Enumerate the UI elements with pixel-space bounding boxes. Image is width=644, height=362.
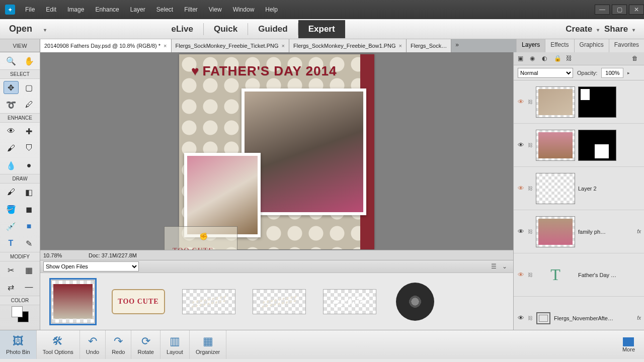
- doc-tab-2[interactable]: Flergs_SockMonkey_Freebie_Bow1.PNG×: [289, 39, 407, 52]
- layer-row[interactable]: 👁⛓ family ph… fx: [514, 210, 644, 253]
- minimize-button[interactable]: —: [595, 5, 610, 15]
- smart-brush-tool-icon[interactable]: 🖌: [4, 142, 19, 155]
- bottombar-more[interactable]: More: [613, 337, 644, 352]
- paint-bucket-tool-icon[interactable]: 🪣: [4, 203, 19, 216]
- link-icon[interactable]: ⛓: [566, 55, 574, 63]
- brush-tool-icon[interactable]: 🖌: [4, 186, 19, 199]
- mode-expert[interactable]: Expert: [298, 20, 345, 38]
- bin-collapse-icon[interactable]: ⌄: [502, 263, 510, 270]
- panel-tab-effects[interactable]: Effects: [545, 39, 574, 52]
- recompose-tool-icon[interactable]: ▦: [22, 263, 37, 277]
- bin-list-icon[interactable]: ☰: [491, 263, 499, 270]
- zoom-level[interactable]: 10.78%: [43, 252, 73, 258]
- menu-help[interactable]: Help: [260, 4, 283, 15]
- bin-thumb-3[interactable]: [253, 289, 306, 314]
- close-icon[interactable]: ×: [164, 43, 167, 49]
- spot-heal-tool-icon[interactable]: ✚: [22, 125, 37, 138]
- adjustment-icon[interactable]: ◐: [542, 55, 550, 63]
- crop-tool-icon[interactable]: ✂: [4, 263, 19, 277]
- menu-view[interactable]: View: [204, 4, 227, 15]
- panel-tab-favorites[interactable]: Favorites: [609, 39, 644, 52]
- new-group-icon[interactable]: ◉: [530, 55, 538, 63]
- opacity-value[interactable]: 100%: [601, 68, 623, 78]
- doc-tab-1[interactable]: Flergs_SockMonkey_Freebie_Ticket.PNG×: [172, 39, 289, 52]
- layer-mask[interactable]: [578, 86, 616, 118]
- layer-mask[interactable]: [578, 130, 616, 161]
- visibility-toggle-icon[interactable]: 👁: [517, 271, 525, 279]
- maximize-button[interactable]: ▢: [612, 5, 627, 15]
- share-button[interactable]: Share: [604, 24, 635, 34]
- mode-elive[interactable]: eLive: [161, 20, 203, 38]
- visibility-toggle-icon[interactable]: 👁: [517, 228, 525, 235]
- close-icon[interactable]: ×: [282, 43, 285, 49]
- new-layer-icon[interactable]: ▣: [518, 55, 526, 63]
- blur-tool-icon[interactable]: 💧: [4, 159, 19, 172]
- bottombar-layout[interactable]: ▥Layout: [160, 330, 190, 359]
- layer-row[interactable]: 👁⛓: [514, 80, 644, 124]
- menu-window[interactable]: Window: [228, 4, 260, 15]
- bin-thumb-2[interactable]: [182, 289, 235, 314]
- menu-edit[interactable]: Edit: [41, 4, 61, 15]
- layer-name[interactable]: family ph…: [578, 229, 634, 235]
- opacity-flyout-icon[interactable]: ▸: [627, 70, 630, 75]
- layer-row[interactable]: 👁⛓ Flergs_NovemberAfte… fx: [514, 297, 644, 330]
- layer-name[interactable]: Father's Day …: [578, 272, 641, 278]
- redeye-tool-icon[interactable]: 👁: [4, 125, 19, 138]
- menu-enhance[interactable]: Enhance: [90, 4, 124, 15]
- mode-guided[interactable]: Guided: [248, 20, 298, 38]
- doc-tab-0[interactable]: 20140908 Fathers Day.psd @ 10.8% (RGB/8)…: [40, 39, 172, 52]
- mode-quick[interactable]: Quick: [204, 20, 248, 38]
- straighten-tool-icon[interactable]: —: [22, 281, 37, 294]
- zoom-tool-icon[interactable]: 🔍: [4, 54, 19, 67]
- lock-icon[interactable]: 🔒: [554, 55, 562, 63]
- menu-layer[interactable]: Layer: [125, 4, 150, 15]
- menu-filter[interactable]: Filter: [179, 4, 203, 15]
- bin-thumb-4[interactable]: [323, 289, 376, 314]
- bottombar-rotate[interactable]: ⟳Rotate: [131, 330, 160, 359]
- foreground-color[interactable]: [12, 306, 23, 317]
- create-button[interactable]: Create: [566, 24, 599, 34]
- gradient-tool-icon[interactable]: ◼: [22, 203, 37, 216]
- clone-tool-icon[interactable]: ⛉: [22, 142, 37, 155]
- bottombar-undo[interactable]: ↶Undo: [80, 330, 106, 359]
- open-button[interactable]: Open: [0, 21, 61, 37]
- visibility-toggle-icon[interactable]: 👁: [517, 98, 525, 106]
- panel-tab-graphics[interactable]: Graphics: [574, 39, 609, 52]
- layer-name[interactable]: Layer 2: [578, 186, 641, 192]
- color-swatches[interactable]: [8, 305, 33, 325]
- layer-row[interactable]: 👁⛓ T Father's Day …: [514, 253, 644, 297]
- quick-select-tool-icon[interactable]: 🖊: [22, 98, 37, 111]
- bin-thumb-1[interactable]: TOO CUTE: [112, 289, 165, 314]
- fx-badge[interactable]: fx: [637, 315, 641, 321]
- content-move-tool-icon[interactable]: ⇄: [4, 281, 19, 294]
- layer-row[interactable]: 👁⛓: [514, 124, 644, 167]
- shape-tool-icon[interactable]: ■: [22, 220, 37, 233]
- lasso-tool-icon[interactable]: ➰: [4, 98, 19, 111]
- panel-tab-layers[interactable]: Layers: [516, 39, 545, 52]
- bin-thumb-0[interactable]: [51, 280, 95, 323]
- document-canvas[interactable]: ♥FATHER'S DAY 2014 TOO CUTE ✊: [179, 54, 374, 249]
- doc-tab-3[interactable]: Flergs_Sock…: [407, 39, 451, 52]
- layer-row[interactable]: 👁⛓ Layer 2: [514, 167, 644, 210]
- bin-dropdown[interactable]: Show Open Files: [43, 261, 139, 272]
- layer-name[interactable]: Flergs_NovemberAfte…: [554, 315, 634, 321]
- kids-photo-small[interactable]: [184, 153, 261, 237]
- move-tool-icon[interactable]: ✥: [4, 81, 19, 94]
- visibility-toggle-icon[interactable]: 👁: [517, 314, 525, 322]
- bottombar-photo-bin[interactable]: 🖼Photo Bin: [0, 330, 37, 359]
- blend-mode-select[interactable]: Normal: [518, 68, 573, 78]
- close-icon[interactable]: ×: [399, 43, 402, 49]
- sponge-tool-icon[interactable]: ●: [22, 159, 37, 172]
- hand-tool-icon[interactable]: ✋: [22, 54, 37, 67]
- eraser-tool-icon[interactable]: ◧: [22, 186, 37, 199]
- bottombar-organizer[interactable]: ▦Organizer: [190, 330, 226, 359]
- tab-overflow-button[interactable]: »: [451, 39, 463, 52]
- type-tool-icon[interactable]: T: [4, 237, 19, 250]
- fx-badge[interactable]: fx: [637, 229, 641, 234]
- eyedropper-tool-icon[interactable]: 💉: [4, 220, 19, 233]
- trash-icon[interactable]: 🗑: [632, 55, 640, 63]
- menu-file[interactable]: File: [20, 4, 40, 15]
- visibility-toggle-icon[interactable]: 👁: [517, 185, 525, 192]
- menu-select[interactable]: Select: [151, 4, 178, 15]
- marquee-tool-icon[interactable]: ▢: [22, 81, 37, 94]
